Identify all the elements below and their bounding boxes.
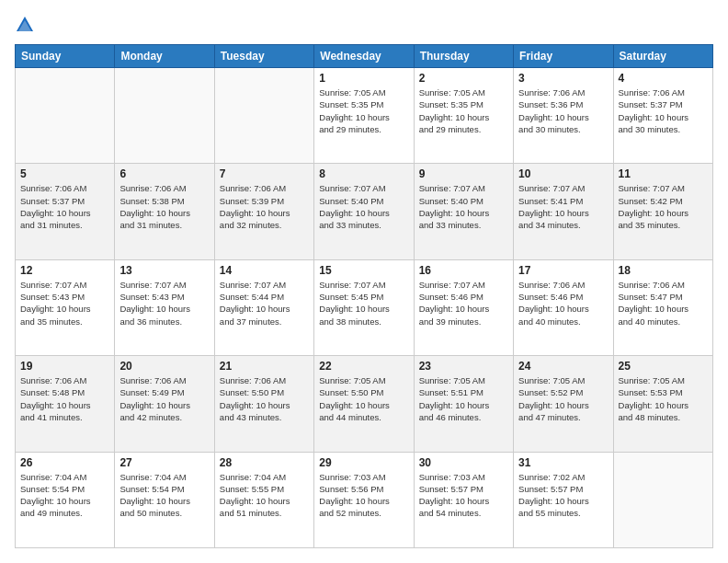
day-number: 22 bbox=[319, 360, 408, 373]
calendar-day: 21Sunrise: 7:06 AM Sunset: 5:50 PM Dayli… bbox=[214, 356, 313, 452]
calendar-page: SundayMondayTuesdayWednesdayThursdayFrid… bbox=[0, 0, 728, 563]
calendar-day: 13Sunrise: 7:07 AM Sunset: 5:43 PM Dayli… bbox=[115, 259, 214, 355]
day-info: Sunrise: 7:06 AM Sunset: 5:50 PM Dayligh… bbox=[220, 374, 309, 423]
weekday-header-tuesday: Tuesday bbox=[214, 45, 313, 68]
calendar-day: 22Sunrise: 7:05 AM Sunset: 5:50 PM Dayli… bbox=[314, 356, 414, 452]
calendar-day: 29Sunrise: 7:03 AM Sunset: 5:56 PM Dayli… bbox=[314, 452, 414, 547]
day-info: Sunrise: 7:07 AM Sunset: 5:43 PM Dayligh… bbox=[119, 279, 209, 327]
calendar-day: 10Sunrise: 7:07 AM Sunset: 5:41 PM Dayli… bbox=[514, 164, 613, 259]
weekday-header-monday: Monday bbox=[115, 45, 214, 68]
day-info: Sunrise: 7:05 AM Sunset: 5:35 PM Dayligh… bbox=[419, 86, 508, 135]
day-info: Sunrise: 7:04 AM Sunset: 5:55 PM Dayligh… bbox=[220, 471, 309, 520]
day-info: Sunrise: 7:04 AM Sunset: 5:54 PM Dayligh… bbox=[119, 471, 209, 520]
calendar-day: 23Sunrise: 7:05 AM Sunset: 5:51 PM Dayli… bbox=[414, 356, 513, 452]
day-info: Sunrise: 7:07 AM Sunset: 5:43 PM Dayligh… bbox=[20, 279, 109, 327]
calendar-week-3: 12Sunrise: 7:07 AM Sunset: 5:43 PM Dayli… bbox=[16, 259, 713, 355]
calendar-day: 20Sunrise: 7:06 AM Sunset: 5:49 PM Dayli… bbox=[115, 356, 214, 452]
day-number: 23 bbox=[419, 360, 508, 373]
day-number: 19 bbox=[20, 360, 109, 373]
calendar-day: 30Sunrise: 7:03 AM Sunset: 5:57 PM Dayli… bbox=[414, 452, 513, 547]
calendar-week-4: 19Sunrise: 7:06 AM Sunset: 5:48 PM Dayli… bbox=[16, 356, 713, 452]
calendar-day: 16Sunrise: 7:07 AM Sunset: 5:46 PM Dayli… bbox=[414, 259, 513, 355]
calendar-day: 15Sunrise: 7:07 AM Sunset: 5:45 PM Dayli… bbox=[314, 259, 414, 355]
day-info: Sunrise: 7:02 AM Sunset: 5:57 PM Dayligh… bbox=[518, 471, 608, 520]
day-info: Sunrise: 7:05 AM Sunset: 5:50 PM Dayligh… bbox=[319, 374, 408, 423]
day-number: 28 bbox=[220, 456, 309, 469]
day-info: Sunrise: 7:07 AM Sunset: 5:44 PM Dayligh… bbox=[220, 279, 309, 327]
day-info: Sunrise: 7:07 AM Sunset: 5:41 PM Dayligh… bbox=[518, 182, 608, 231]
calendar-day bbox=[115, 68, 214, 164]
day-number: 20 bbox=[119, 360, 209, 373]
day-info: Sunrise: 7:05 AM Sunset: 5:52 PM Dayligh… bbox=[518, 374, 608, 423]
day-number: 25 bbox=[619, 360, 708, 373]
day-info: Sunrise: 7:07 AM Sunset: 5:46 PM Dayligh… bbox=[419, 279, 508, 327]
calendar-day: 12Sunrise: 7:07 AM Sunset: 5:43 PM Dayli… bbox=[16, 259, 115, 355]
calendar-week-2: 5Sunrise: 7:06 AM Sunset: 5:37 PM Daylig… bbox=[16, 164, 713, 259]
calendar-day bbox=[16, 68, 115, 164]
day-number: 26 bbox=[20, 456, 109, 469]
day-info: Sunrise: 7:06 AM Sunset: 5:39 PM Dayligh… bbox=[220, 182, 309, 231]
day-number: 9 bbox=[419, 167, 508, 180]
calendar-day: 7Sunrise: 7:06 AM Sunset: 5:39 PM Daylig… bbox=[214, 164, 313, 259]
calendar-day: 8Sunrise: 7:07 AM Sunset: 5:40 PM Daylig… bbox=[314, 164, 414, 259]
day-number: 5 bbox=[20, 167, 109, 180]
weekday-header-row: SundayMondayTuesdayWednesdayThursdayFrid… bbox=[16, 45, 713, 68]
day-info: Sunrise: 7:07 AM Sunset: 5:45 PM Dayligh… bbox=[319, 279, 408, 327]
day-number: 2 bbox=[419, 72, 508, 85]
calendar-day: 4Sunrise: 7:06 AM Sunset: 5:37 PM Daylig… bbox=[613, 68, 712, 164]
weekday-header-friday: Friday bbox=[514, 45, 613, 68]
calendar-day: 14Sunrise: 7:07 AM Sunset: 5:44 PM Dayli… bbox=[214, 259, 313, 355]
calendar-day: 9Sunrise: 7:07 AM Sunset: 5:40 PM Daylig… bbox=[414, 164, 513, 259]
logo bbox=[15, 15, 39, 35]
calendar-day bbox=[214, 68, 313, 164]
page-header bbox=[15, 15, 713, 35]
day-number: 14 bbox=[220, 264, 309, 277]
calendar-day: 11Sunrise: 7:07 AM Sunset: 5:42 PM Dayli… bbox=[613, 164, 712, 259]
day-number: 15 bbox=[319, 264, 408, 277]
day-number: 13 bbox=[119, 264, 209, 277]
day-number: 21 bbox=[220, 360, 309, 373]
calendar-day: 3Sunrise: 7:06 AM Sunset: 5:36 PM Daylig… bbox=[514, 68, 613, 164]
day-number: 17 bbox=[518, 264, 608, 277]
day-number: 29 bbox=[319, 456, 408, 469]
day-number: 4 bbox=[619, 72, 708, 85]
day-info: Sunrise: 7:05 AM Sunset: 5:53 PM Dayligh… bbox=[619, 374, 708, 423]
day-number: 11 bbox=[619, 167, 708, 180]
day-number: 12 bbox=[20, 264, 109, 277]
day-info: Sunrise: 7:06 AM Sunset: 5:38 PM Dayligh… bbox=[119, 182, 209, 231]
calendar-day: 24Sunrise: 7:05 AM Sunset: 5:52 PM Dayli… bbox=[514, 356, 613, 452]
calendar-week-5: 26Sunrise: 7:04 AM Sunset: 5:54 PM Dayli… bbox=[16, 452, 713, 547]
weekday-header-saturday: Saturday bbox=[613, 45, 712, 68]
day-info: Sunrise: 7:07 AM Sunset: 5:42 PM Dayligh… bbox=[619, 182, 708, 231]
day-number: 3 bbox=[518, 72, 608, 85]
day-info: Sunrise: 7:06 AM Sunset: 5:37 PM Dayligh… bbox=[619, 86, 708, 135]
day-number: 6 bbox=[119, 167, 209, 180]
calendar-day: 19Sunrise: 7:06 AM Sunset: 5:48 PM Dayli… bbox=[16, 356, 115, 452]
day-info: Sunrise: 7:04 AM Sunset: 5:54 PM Dayligh… bbox=[20, 471, 109, 520]
weekday-header-sunday: Sunday bbox=[16, 45, 115, 68]
weekday-header-wednesday: Wednesday bbox=[314, 45, 414, 68]
calendar-day: 27Sunrise: 7:04 AM Sunset: 5:54 PM Dayli… bbox=[115, 452, 214, 547]
day-info: Sunrise: 7:06 AM Sunset: 5:36 PM Dayligh… bbox=[518, 86, 608, 135]
day-number: 24 bbox=[518, 360, 608, 373]
calendar-table: SundayMondayTuesdayWednesdayThursdayFrid… bbox=[15, 44, 713, 548]
day-info: Sunrise: 7:06 AM Sunset: 5:46 PM Dayligh… bbox=[518, 279, 608, 327]
day-number: 18 bbox=[619, 264, 708, 277]
logo-icon bbox=[15, 15, 35, 35]
day-info: Sunrise: 7:06 AM Sunset: 5:37 PM Dayligh… bbox=[20, 182, 109, 231]
day-info: Sunrise: 7:07 AM Sunset: 5:40 PM Dayligh… bbox=[319, 182, 408, 231]
calendar-day: 1Sunrise: 7:05 AM Sunset: 5:35 PM Daylig… bbox=[314, 68, 414, 164]
calendar-day: 18Sunrise: 7:06 AM Sunset: 5:47 PM Dayli… bbox=[613, 259, 712, 355]
calendar-day: 31Sunrise: 7:02 AM Sunset: 5:57 PM Dayli… bbox=[514, 452, 613, 547]
day-info: Sunrise: 7:03 AM Sunset: 5:57 PM Dayligh… bbox=[419, 471, 508, 520]
day-info: Sunrise: 7:07 AM Sunset: 5:40 PM Dayligh… bbox=[419, 182, 508, 231]
calendar-day: 5Sunrise: 7:06 AM Sunset: 5:37 PM Daylig… bbox=[16, 164, 115, 259]
weekday-header-thursday: Thursday bbox=[414, 45, 513, 68]
calendar-day: 26Sunrise: 7:04 AM Sunset: 5:54 PM Dayli… bbox=[16, 452, 115, 547]
day-number: 1 bbox=[319, 72, 408, 85]
day-info: Sunrise: 7:06 AM Sunset: 5:48 PM Dayligh… bbox=[20, 374, 109, 423]
day-number: 30 bbox=[419, 456, 508, 469]
day-info: Sunrise: 7:06 AM Sunset: 5:47 PM Dayligh… bbox=[619, 279, 708, 327]
day-info: Sunrise: 7:06 AM Sunset: 5:49 PM Dayligh… bbox=[119, 374, 209, 423]
day-number: 27 bbox=[119, 456, 209, 469]
